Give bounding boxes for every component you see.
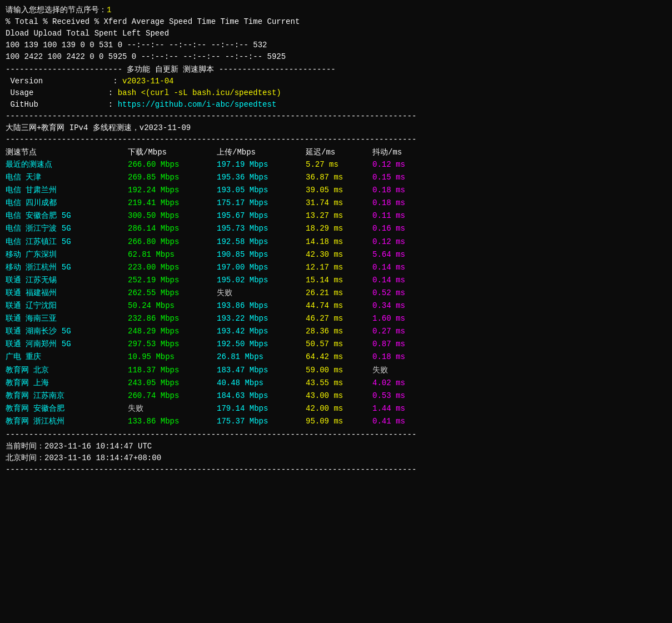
table-row: 电信 安徽合肥 5G300.50 Mbps195.67 Mbps13.27 ms… xyxy=(6,210,666,222)
table-row: 教育网 北京118.37 Mbps183.47 Mbps59.00 ms失败 xyxy=(6,364,666,377)
table-row: 教育网 江苏南京260.74 Mbps184.63 Mbps43.00 ms0.… xyxy=(6,390,666,402)
table-row: 移动 浙江杭州 5G223.00 Mbps197.00 Mbps12.17 ms… xyxy=(6,261,666,274)
curl-row1: 100 139 100 139 0 0 531 0 --:--:-- --:--… xyxy=(6,39,666,51)
table-header: 测速节点 下载/Mbps 上传/Mbps 延迟/ms 抖动/ms xyxy=(6,147,666,158)
table-row: 电信 四川成都219.41 Mbps175.17 Mbps31.74 ms0.1… xyxy=(6,197,666,210)
divider4: ----------------------------------------… xyxy=(6,464,666,476)
table-row: 广电 重庆10.95 Mbps26.81 Mbps64.42 ms0.18 ms xyxy=(6,351,666,363)
subtitle: 大陆三网+教育网 IPv4 多线程测速，v2023-11-09 xyxy=(6,122,666,134)
table-row: 电信 甘肃兰州192.24 Mbps193.05 Mbps39.05 ms0.1… xyxy=(6,184,666,197)
usage-line: Usage : bash <(curl -sL bash.icu/speedte… xyxy=(6,87,666,99)
divider-title: ------------------------- 多功能 自更新 测速脚本 -… xyxy=(6,64,666,76)
table-row: 联通 福建福州262.55 Mbps失败26.21 ms0.52 ms xyxy=(6,287,666,300)
table-row: 教育网 浙江杭州133.86 Mbps175.37 Mbps95.09 ms0.… xyxy=(6,415,666,428)
curl-header2: Dload Upload Total Spent Left Speed xyxy=(6,28,666,39)
table-row: 联通 河南郑州 5G297.53 Mbps192.50 Mbps50.57 ms… xyxy=(6,338,666,351)
table-row: 联通 辽宁沈阳50.24 Mbps193.86 Mbps44.74 ms0.34… xyxy=(6,300,666,312)
table-row: 电信 浙江宁波 5G286.14 Mbps195.73 Mbps18.29 ms… xyxy=(6,222,666,235)
table-row: 教育网 上海243.05 Mbps40.48 Mbps43.55 ms4.02 … xyxy=(6,377,666,390)
table-row: 最近的测速点266.60 Mbps197.19 Mbps5.27 ms0.12 … xyxy=(6,158,666,171)
node-number: 1 xyxy=(107,6,111,14)
beijing-time-line: 北京时间：2023-11-16 18:14:47+08:00 xyxy=(6,452,666,464)
table-row: 电信 江苏镇江 5G266.80 Mbps192.58 Mbps14.18 ms… xyxy=(6,236,666,248)
terminal: 请输入您想选择的节点序号：1 % Total % Received % Xfer… xyxy=(6,4,666,616)
divider3: ----------------------------------------… xyxy=(6,429,666,441)
table-row: 教育网 安徽合肥失败179.14 Mbps42.00 ms1.44 ms xyxy=(6,402,666,415)
table-row: 电信 天津269.85 Mbps195.36 Mbps36.87 ms0.15 … xyxy=(6,171,666,184)
version-line: Version : v2023-11-04 xyxy=(6,76,666,87)
table-row: 联通 江苏无锡252.19 Mbps195.02 Mbps15.14 ms0.1… xyxy=(6,274,666,287)
curl-row2: 100 2422 100 2422 0 0 5925 0 --:--:-- --… xyxy=(6,51,666,63)
curl-header1: % Total % Received % Xferd Average Speed… xyxy=(6,16,666,28)
github-line: GitHub : https://github.com/i-abc/speedt… xyxy=(6,99,666,111)
table-row: 移动 广东深圳62.81 Mbps190.85 Mbps42.30 ms5.64… xyxy=(6,248,666,261)
speed-table: 最近的测速点266.60 Mbps197.19 Mbps5.27 ms0.12 … xyxy=(6,158,666,428)
divider2: ----------------------------------------… xyxy=(6,134,666,146)
prompt-text: 请输入您想选择的节点序号： xyxy=(6,6,107,14)
prompt-line: 请输入您想选择的节点序号：1 xyxy=(6,4,666,16)
divider1: ----------------------------------------… xyxy=(6,111,666,122)
table-row: 联通 海南三亚232.86 Mbps193.22 Mbps46.27 ms1.6… xyxy=(6,312,666,325)
table-row: 联通 湖南长沙 5G248.29 Mbps193.42 Mbps28.36 ms… xyxy=(6,325,666,338)
current-time-line: 当前时间：2023-11-16 10:14:47 UTC xyxy=(6,441,666,452)
